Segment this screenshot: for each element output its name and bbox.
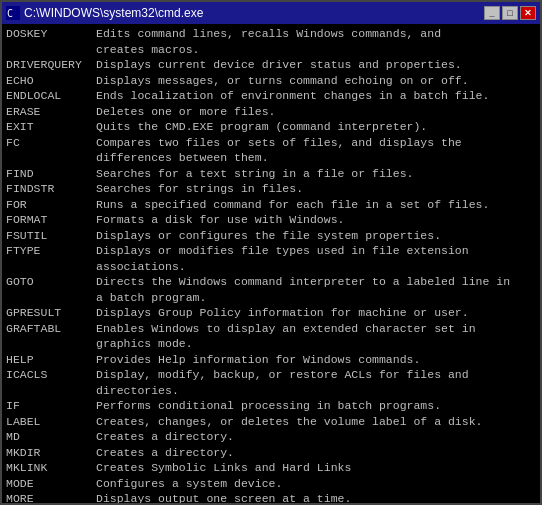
cmd-desc-continuation: directories. bbox=[6, 383, 536, 399]
table-row: HELPProvides Help information for Window… bbox=[6, 352, 536, 368]
cmd-name-cell: GOTO bbox=[6, 274, 96, 290]
cmd-name-cell: FC bbox=[6, 135, 96, 151]
cmd-desc-cell: Directs the Windows command interpreter … bbox=[96, 274, 536, 290]
cmd-name-cell: MD bbox=[6, 429, 96, 445]
cmd-name-cell: ERASE bbox=[6, 104, 96, 120]
cmd-name-cell: LABEL bbox=[6, 414, 96, 430]
cmd-desc-cell: Quits the CMD.EXE program (command inter… bbox=[96, 119, 536, 135]
table-row: FORMATFormats a disk for use with Window… bbox=[6, 212, 536, 228]
cmd-name-cell: MODE bbox=[6, 476, 96, 492]
title-bar: C C:\WINDOWS\system32\cmd.exe _ □ ✕ bbox=[2, 2, 540, 24]
table-row: EXITQuits the CMD.EXE program (command i… bbox=[6, 119, 536, 135]
cmd-name-cell: HELP bbox=[6, 352, 96, 368]
cmd-name-cell: MORE bbox=[6, 491, 96, 503]
cmd-name-cell: FORMAT bbox=[6, 212, 96, 228]
cmd-desc-cell: Creates a directory. bbox=[96, 445, 536, 461]
cmd-window: C C:\WINDOWS\system32\cmd.exe _ □ ✕ DOSK… bbox=[0, 0, 542, 505]
cmd-name-cell: MKLINK bbox=[6, 460, 96, 476]
table-row: DRIVERQUERYDisplays current device drive… bbox=[6, 57, 536, 73]
cmd-name-cell: ECHO bbox=[6, 73, 96, 89]
table-row: ERASEDeletes one or more files. bbox=[6, 104, 536, 120]
cmd-desc-cell: Configures a system device. bbox=[96, 476, 536, 492]
cmd-name-cell: EXIT bbox=[6, 119, 96, 135]
title-bar-left: C C:\WINDOWS\system32\cmd.exe bbox=[6, 6, 203, 20]
cmd-name-cell: FINDSTR bbox=[6, 181, 96, 197]
cmd-desc-cell: Searches for strings in files. bbox=[96, 181, 536, 197]
cmd-desc-continuation: graphics mode. bbox=[6, 336, 536, 352]
cmd-desc-cell: Searches for a text string in a file or … bbox=[96, 166, 536, 182]
cmd-desc-cell: Ends localization of environment changes… bbox=[96, 88, 536, 104]
table-row: FCCompares two files or sets of files, a… bbox=[6, 135, 536, 151]
cmd-name-cell: FIND bbox=[6, 166, 96, 182]
cmd-name-cell: ENDLOCAL bbox=[6, 88, 96, 104]
cmd-desc-cell: Performs conditional processing in batch… bbox=[96, 398, 536, 414]
cmd-desc-continuation: a batch program. bbox=[6, 290, 536, 306]
cmd-desc-cell: Creates Symbolic Links and Hard Links bbox=[96, 460, 536, 476]
cmd-desc-cell: Deletes one or more files. bbox=[96, 104, 536, 120]
cmd-name-cell: MKDIR bbox=[6, 445, 96, 461]
cmd-desc-cell: Enables Windows to display an extended c… bbox=[96, 321, 536, 337]
table-row: FTYPEDisplays or modifies file types use… bbox=[6, 243, 536, 259]
table-row: MKLINKCreates Symbolic Links and Hard Li… bbox=[6, 460, 536, 476]
table-row: FINDSearches for a text string in a file… bbox=[6, 166, 536, 182]
table-row: FORRuns a specified command for each fil… bbox=[6, 197, 536, 213]
cmd-name-cell: DOSKEY bbox=[6, 26, 96, 42]
cmd-desc-continuation: differences between them. bbox=[6, 150, 536, 166]
table-row: DOSKEYEdits command lines, recalls Windo… bbox=[6, 26, 536, 42]
command-list[interactable]: DOSKEYEdits command lines, recalls Windo… bbox=[2, 24, 540, 503]
table-row: ENDLOCALEnds localization of environment… bbox=[6, 88, 536, 104]
cmd-desc-continuation: associations. bbox=[6, 259, 536, 275]
cmd-desc-cell: Displays Group Policy information for ma… bbox=[96, 305, 536, 321]
table-row: IFPerforms conditional processing in bat… bbox=[6, 398, 536, 414]
cmd-name-cell: GPRESULT bbox=[6, 305, 96, 321]
close-button[interactable]: ✕ bbox=[520, 6, 536, 20]
table-row: MOREDisplays output one screen at a time… bbox=[6, 491, 536, 503]
cmd-desc-cell: Displays messages, or turns command echo… bbox=[96, 73, 536, 89]
table-row: FINDSTRSearches for strings in files. bbox=[6, 181, 536, 197]
window-title: C:\WINDOWS\system32\cmd.exe bbox=[24, 6, 203, 20]
cmd-desc-cell: Compares two files or sets of files, and… bbox=[96, 135, 536, 151]
cmd-desc-cell: Displays or configures the file system p… bbox=[96, 228, 536, 244]
cmd-name-cell: FOR bbox=[6, 197, 96, 213]
cmd-name-cell: DRIVERQUERY bbox=[6, 57, 96, 73]
cmd-desc-cell: Provides Help information for Windows co… bbox=[96, 352, 536, 368]
table-row: MKDIRCreates a directory. bbox=[6, 445, 536, 461]
maximize-button[interactable]: □ bbox=[502, 6, 518, 20]
cmd-name-cell: FTYPE bbox=[6, 243, 96, 259]
cmd-desc-cell: Edits command lines, recalls Windows com… bbox=[96, 26, 536, 42]
table-row: ECHODisplays messages, or turns command … bbox=[6, 73, 536, 89]
cmd-desc-cell: Creates, changes, or deletes the volume … bbox=[96, 414, 536, 430]
cmd-icon: C bbox=[6, 6, 20, 20]
cmd-desc-cell: Runs a specified command for each file i… bbox=[96, 197, 536, 213]
cmd-name-cell: GRAFTABL bbox=[6, 321, 96, 337]
cmd-name-cell: IF bbox=[6, 398, 96, 414]
cmd-name-cell: FSUTIL bbox=[6, 228, 96, 244]
table-row: MODEConfigures a system device. bbox=[6, 476, 536, 492]
table-row: GPRESULTDisplays Group Policy informatio… bbox=[6, 305, 536, 321]
table-row: ICACLSDisplay, modify, backup, or restor… bbox=[6, 367, 536, 383]
cmd-desc-cell: Creates a directory. bbox=[96, 429, 536, 445]
table-row: LABELCreates, changes, or deletes the vo… bbox=[6, 414, 536, 430]
svg-text:C: C bbox=[7, 8, 13, 19]
cmd-desc-cell: Displays current device driver status an… bbox=[96, 57, 536, 73]
table-row: MDCreates a directory. bbox=[6, 429, 536, 445]
table-row: FSUTILDisplays or configures the file sy… bbox=[6, 228, 536, 244]
cmd-desc-cell: Displays output one screen at a time. bbox=[96, 491, 536, 503]
cmd-desc-cell: Display, modify, backup, or restore ACLs… bbox=[96, 367, 536, 383]
table-row: GOTODirects the Windows command interpre… bbox=[6, 274, 536, 290]
minimize-button[interactable]: _ bbox=[484, 6, 500, 20]
window-content: DOSKEYEdits command lines, recalls Windo… bbox=[2, 24, 540, 503]
cmd-name-cell: ICACLS bbox=[6, 367, 96, 383]
cmd-desc-cell: Formats a disk for use with Windows. bbox=[96, 212, 536, 228]
title-buttons: _ □ ✕ bbox=[484, 6, 536, 20]
cmd-desc-continuation: creates macros. bbox=[6, 42, 536, 58]
cmd-desc-cell: Displays or modifies file types used in … bbox=[96, 243, 536, 259]
table-row: GRAFTABLEnables Windows to display an ex… bbox=[6, 321, 536, 337]
